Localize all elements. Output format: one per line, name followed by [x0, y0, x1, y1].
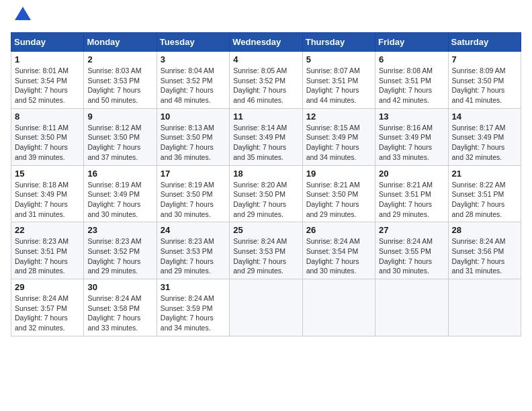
- day-number: 20: [379, 169, 444, 179]
- week-row-3: 15Sunrise: 8:18 AMSunset: 3:49 PMDayligh…: [11, 165, 521, 222]
- day-info: Sunrise: 8:11 AMSunset: 3:50 PMDaylight:…: [15, 123, 80, 163]
- day-number: 30: [87, 282, 152, 292]
- day-info: Sunrise: 8:16 AMSunset: 3:49 PMDaylight:…: [379, 123, 444, 163]
- calendar-cell: 5Sunrise: 8:07 AMSunset: 3:51 PMDaylight…: [302, 52, 375, 109]
- day-number: 4: [233, 54, 298, 64]
- calendar-cell: 16Sunrise: 8:19 AMSunset: 3:49 PMDayligh…: [84, 165, 157, 222]
- day-info: Sunrise: 8:21 AMSunset: 3:50 PMDaylight:…: [306, 180, 371, 220]
- day-number: 18: [233, 169, 298, 179]
- day-number: 2: [87, 54, 152, 64]
- day-number: 17: [161, 169, 226, 179]
- day-number: 7: [452, 54, 517, 64]
- day-info: Sunrise: 8:04 AMSunset: 3:52 PMDaylight:…: [161, 66, 226, 105]
- day-number: 14: [452, 111, 517, 122]
- day-info: Sunrise: 8:24 AMSunset: 3:53 PMDaylight:…: [233, 236, 298, 276]
- calendar-cell: 19Sunrise: 8:21 AMSunset: 3:50 PMDayligh…: [302, 165, 375, 222]
- logo: [11, 11, 32, 24]
- day-info: Sunrise: 8:24 AMSunset: 3:54 PMDaylight:…: [306, 236, 371, 276]
- logo-icon: [13, 5, 32, 24]
- calendar-table: SundayMondayTuesdayWednesdayThursdayFrid…: [11, 32, 521, 336]
- calendar-cell: 12Sunrise: 8:15 AMSunset: 3:49 PMDayligh…: [302, 108, 375, 165]
- calendar-cell: 14Sunrise: 8:17 AMSunset: 3:49 PMDayligh…: [448, 108, 521, 165]
- day-number: 22: [15, 225, 80, 235]
- week-row-4: 22Sunrise: 8:23 AMSunset: 3:51 PMDayligh…: [11, 222, 521, 279]
- day-number: 29: [15, 282, 80, 292]
- calendar-cell: 28Sunrise: 8:24 AMSunset: 3:56 PMDayligh…: [448, 222, 521, 279]
- page-header: [11, 11, 521, 24]
- day-number: 1: [15, 54, 80, 64]
- day-info: Sunrise: 8:23 AMSunset: 3:51 PMDaylight:…: [15, 236, 80, 276]
- day-number: 8: [15, 111, 80, 122]
- day-info: Sunrise: 8:24 AMSunset: 3:59 PMDaylight:…: [161, 293, 226, 333]
- day-number: 25: [233, 225, 298, 235]
- calendar-cell: 29Sunrise: 8:24 AMSunset: 3:57 PMDayligh…: [11, 279, 84, 336]
- day-info: Sunrise: 8:18 AMSunset: 3:49 PMDaylight:…: [15, 180, 80, 220]
- calendar-cell: 7Sunrise: 8:09 AMSunset: 3:50 PMDaylight…: [448, 52, 521, 109]
- day-number: 19: [306, 169, 371, 179]
- day-info: Sunrise: 8:17 AMSunset: 3:49 PMDaylight:…: [452, 123, 517, 163]
- calendar-cell: 24Sunrise: 8:23 AMSunset: 3:53 PMDayligh…: [157, 222, 229, 279]
- calendar-cell: 10Sunrise: 8:13 AMSunset: 3:50 PMDayligh…: [157, 108, 229, 165]
- week-row-2: 8Sunrise: 8:11 AMSunset: 3:50 PMDaylight…: [11, 108, 521, 165]
- calendar-cell: 3Sunrise: 8:04 AMSunset: 3:52 PMDaylight…: [157, 52, 229, 109]
- week-row-1: 1Sunrise: 8:01 AMSunset: 3:54 PMDaylight…: [11, 52, 521, 109]
- day-info: Sunrise: 8:12 AMSunset: 3:50 PMDaylight:…: [87, 123, 152, 163]
- calendar-cell: [230, 279, 302, 336]
- day-info: Sunrise: 8:19 AMSunset: 3:50 PMDaylight:…: [161, 180, 226, 220]
- day-number: 13: [379, 111, 444, 122]
- header-saturday: Saturday: [448, 33, 521, 52]
- calendar-cell: 13Sunrise: 8:16 AMSunset: 3:49 PMDayligh…: [375, 108, 448, 165]
- day-info: Sunrise: 8:05 AMSunset: 3:52 PMDaylight:…: [233, 66, 298, 105]
- calendar-cell: 22Sunrise: 8:23 AMSunset: 3:51 PMDayligh…: [11, 222, 84, 279]
- calendar-cell: 4Sunrise: 8:05 AMSunset: 3:52 PMDaylight…: [230, 52, 302, 109]
- day-info: Sunrise: 8:23 AMSunset: 3:52 PMDaylight:…: [87, 236, 152, 276]
- day-number: 15: [15, 169, 80, 179]
- day-info: Sunrise: 8:15 AMSunset: 3:49 PMDaylight:…: [306, 123, 371, 163]
- day-number: 26: [306, 225, 371, 235]
- day-number: 21: [452, 169, 517, 179]
- calendar-cell: 18Sunrise: 8:20 AMSunset: 3:50 PMDayligh…: [230, 165, 302, 222]
- day-info: Sunrise: 8:24 AMSunset: 3:55 PMDaylight:…: [379, 236, 444, 276]
- calendar-cell: 11Sunrise: 8:14 AMSunset: 3:49 PMDayligh…: [230, 108, 302, 165]
- day-number: 24: [161, 225, 226, 235]
- day-number: 6: [379, 54, 444, 64]
- day-info: Sunrise: 8:23 AMSunset: 3:53 PMDaylight:…: [161, 236, 226, 276]
- calendar-cell: 9Sunrise: 8:12 AMSunset: 3:50 PMDaylight…: [84, 108, 157, 165]
- day-number: 11: [233, 111, 298, 122]
- header-wednesday: Wednesday: [230, 33, 302, 52]
- header-monday: Monday: [84, 33, 157, 52]
- calendar-cell: 25Sunrise: 8:24 AMSunset: 3:53 PMDayligh…: [230, 222, 302, 279]
- calendar-cell: 26Sunrise: 8:24 AMSunset: 3:54 PMDayligh…: [302, 222, 375, 279]
- day-info: Sunrise: 8:20 AMSunset: 3:50 PMDaylight:…: [233, 180, 298, 220]
- day-info: Sunrise: 8:22 AMSunset: 3:51 PMDaylight:…: [452, 180, 517, 220]
- day-number: 31: [161, 282, 226, 292]
- calendar-cell: 15Sunrise: 8:18 AMSunset: 3:49 PMDayligh…: [11, 165, 84, 222]
- day-number: 28: [452, 225, 517, 235]
- day-number: 9: [87, 111, 152, 122]
- calendar-cell: 8Sunrise: 8:11 AMSunset: 3:50 PMDaylight…: [11, 108, 84, 165]
- day-info: Sunrise: 8:03 AMSunset: 3:53 PMDaylight:…: [87, 66, 152, 105]
- calendar-cell: 2Sunrise: 8:03 AMSunset: 3:53 PMDaylight…: [84, 52, 157, 109]
- calendar-cell: 31Sunrise: 8:24 AMSunset: 3:59 PMDayligh…: [157, 279, 229, 336]
- header-thursday: Thursday: [302, 33, 375, 52]
- calendar-cell: 17Sunrise: 8:19 AMSunset: 3:50 PMDayligh…: [157, 165, 229, 222]
- day-number: 10: [161, 111, 226, 122]
- calendar-cell: 30Sunrise: 8:24 AMSunset: 3:58 PMDayligh…: [84, 279, 157, 336]
- day-number: 16: [87, 169, 152, 179]
- week-row-5: 29Sunrise: 8:24 AMSunset: 3:57 PMDayligh…: [11, 279, 521, 336]
- day-number: 5: [306, 54, 371, 64]
- day-info: Sunrise: 8:24 AMSunset: 3:58 PMDaylight:…: [87, 293, 152, 333]
- calendar-cell: 27Sunrise: 8:24 AMSunset: 3:55 PMDayligh…: [375, 222, 448, 279]
- calendar-cell: [375, 279, 448, 336]
- day-info: Sunrise: 8:01 AMSunset: 3:54 PMDaylight:…: [15, 66, 80, 105]
- day-info: Sunrise: 8:08 AMSunset: 3:51 PMDaylight:…: [379, 66, 444, 105]
- day-info: Sunrise: 8:24 AMSunset: 3:57 PMDaylight:…: [15, 293, 80, 333]
- calendar-cell: 23Sunrise: 8:23 AMSunset: 3:52 PMDayligh…: [84, 222, 157, 279]
- day-number: 23: [87, 225, 152, 235]
- day-info: Sunrise: 8:14 AMSunset: 3:49 PMDaylight:…: [233, 123, 298, 163]
- calendar-header-row: SundayMondayTuesdayWednesdayThursdayFrid…: [11, 33, 521, 52]
- svg-marker-0: [15, 7, 31, 20]
- calendar-cell: [448, 279, 521, 336]
- header-friday: Friday: [375, 33, 448, 52]
- calendar-cell: 20Sunrise: 8:21 AMSunset: 3:51 PMDayligh…: [375, 165, 448, 222]
